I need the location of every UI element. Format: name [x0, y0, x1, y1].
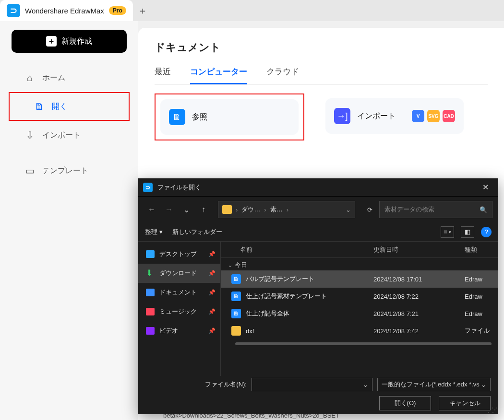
- file-type: ファイル: [465, 327, 498, 335]
- sidebar-item-template[interactable]: ▭ テンプレート: [0, 157, 138, 184]
- chevron-down-icon[interactable]: ⌄: [346, 206, 351, 213]
- organize-menu[interactable]: 整理 ▾: [145, 228, 163, 236]
- horizontal-scrollbar[interactable]: [235, 342, 492, 345]
- file-list-header[interactable]: 名前 更新日時 種類: [221, 242, 498, 258]
- cancel-button[interactable]: キャンセル: [439, 396, 491, 410]
- places-sidebar: デスクトップ 📌 ⬇ ダウンロード 📌 ドキュメント 📌 ミュージック 📌 ビデ…: [138, 242, 221, 376]
- pin-icon[interactable]: 📌: [208, 327, 216, 334]
- tab-computer[interactable]: コンピューター: [190, 66, 247, 84]
- open-file-dialog: ⊃ ファイルを開く ✕ ← → ⌄ ↑ › ダウ… › 素… › ⌄ ⟳ 素材デ…: [138, 178, 498, 414]
- place-label: ミュージック: [159, 307, 197, 316]
- chevron-down-icon: ⌄: [481, 381, 486, 388]
- sidebar-item-open[interactable]: 🗎 開く: [10, 93, 129, 120]
- file-type: Edraw: [465, 310, 498, 317]
- place-label: デスクトップ: [159, 250, 197, 258]
- file-date: 2024/12/08 7:42: [373, 327, 465, 335]
- download-icon: ⬇: [146, 269, 155, 277]
- pin-icon[interactable]: 📌: [208, 270, 216, 277]
- place-desktop[interactable]: デスクトップ 📌: [138, 245, 220, 264]
- preview-pane-button[interactable]: ◧: [461, 226, 474, 238]
- sidebar-item-label: インポート: [42, 130, 81, 140]
- import-card[interactable]: →] インポート V SVG CAD: [325, 98, 464, 134]
- pin-icon[interactable]: 📌: [208, 251, 216, 257]
- file-type: Edraw: [465, 293, 498, 300]
- recent-dropdown[interactable]: ⌄: [179, 202, 194, 217]
- new-label: 新規作成: [61, 36, 92, 47]
- crumb-2[interactable]: 素…: [270, 205, 283, 214]
- col-name[interactable]: 名前: [221, 245, 373, 254]
- search-icon: 🔍: [480, 206, 487, 213]
- browse-label: 参照: [192, 112, 207, 122]
- place-videos[interactable]: ビデオ 📌: [138, 321, 220, 340]
- sidebar-item-label: 開く: [52, 102, 67, 112]
- sidebar: ＋ 新規作成 ⌂ ホーム 🗎 開く ⇩ インポート ▭ テンプレート: [0, 21, 138, 420]
- col-date[interactable]: 更新日時: [373, 245, 465, 254]
- app-title: Wondershare EdrawMax: [25, 7, 104, 15]
- file-type: Edraw: [465, 276, 498, 283]
- badge-visio: V: [412, 110, 424, 122]
- new-folder-button[interactable]: 新しいフォルダー: [172, 228, 222, 236]
- folder-icon: [231, 326, 241, 336]
- documents-icon: [146, 289, 155, 296]
- view-mode-button[interactable]: ≡ ▾: [441, 226, 454, 238]
- file-group-today[interactable]: 今日: [221, 258, 498, 270]
- file-name: 仕上げ記号全体: [246, 309, 373, 318]
- pin-icon[interactable]: 📌: [208, 308, 216, 315]
- file-name: dxf: [246, 327, 373, 335]
- file-icon: 🗎: [231, 274, 241, 284]
- filter-text: 一般的なファイル(*.eddx *.edx *.vs: [382, 380, 480, 389]
- col-type[interactable]: 種類: [465, 245, 498, 254]
- dialog-logo-icon: ⊃: [143, 183, 153, 192]
- close-icon[interactable]: ✕: [478, 181, 493, 194]
- video-icon: [146, 327, 155, 335]
- file-row[interactable]: 🗎 仕上げ記号素材テンプレート 2024/12/08 7:22 Edraw: [221, 288, 498, 305]
- file-row[interactable]: dxf 2024/12/08 7:42 ファイル: [221, 322, 498, 339]
- import-icon: ⇩: [24, 129, 36, 141]
- resize-grip-icon[interactable]: ⋰⋰: [488, 407, 496, 413]
- file-list: 名前 更新日時 種類 今日 🗎 バルブ記号テンプレート 2024/12/08 1…: [221, 242, 498, 376]
- place-documents[interactable]: ドキュメント 📌: [138, 283, 220, 302]
- filename-input[interactable]: ⌄: [252, 378, 372, 391]
- tab-recent[interactable]: 最近: [155, 66, 171, 84]
- sidebar-item-import[interactable]: ⇩ インポート: [0, 122, 138, 149]
- browse-card[interactable]: 🗎 参照: [160, 99, 299, 135]
- place-downloads[interactable]: ⬇ ダウンロード 📌: [138, 264, 220, 283]
- badge-svg: SVG: [427, 110, 440, 122]
- search-placeholder: 素材データの検索: [384, 205, 434, 214]
- home-icon: ⌂: [24, 72, 36, 83]
- chevron-right-icon: ›: [236, 206, 238, 213]
- dialog-title: ファイルを開く: [157, 183, 201, 192]
- place-music[interactable]: ミュージック 📌: [138, 302, 220, 321]
- refresh-button[interactable]: ⟳: [362, 202, 377, 217]
- file-row[interactable]: 🗎 仕上げ記号全体 2024/12/08 7:21 Edraw: [221, 305, 498, 322]
- file-icon: 🗎: [34, 101, 45, 112]
- file-date: 2024/12/08 7:21: [373, 310, 465, 317]
- place-label: ダウンロード: [159, 269, 197, 278]
- open-button[interactable]: 開く(O): [379, 396, 431, 410]
- pin-icon[interactable]: 📌: [208, 289, 216, 296]
- file-name: 仕上げ記号素材テンプレート: [246, 292, 373, 301]
- forward-button[interactable]: →: [161, 202, 177, 217]
- tab-cloud[interactable]: クラウド: [266, 66, 299, 84]
- search-input[interactable]: 素材データの検索 🔍: [379, 201, 492, 218]
- up-button[interactable]: ↑: [196, 202, 211, 217]
- crumb-1[interactable]: ダウ…: [241, 205, 260, 214]
- new-tab-button[interactable]: ＋: [133, 0, 152, 21]
- format-badges: V SVG CAD: [412, 110, 455, 122]
- back-button[interactable]: ←: [144, 202, 159, 217]
- plus-icon: ＋: [46, 36, 57, 47]
- music-icon: [146, 308, 155, 315]
- page-title: ドキュメント: [155, 40, 488, 55]
- file-date: 2024/12/08 17:01: [373, 276, 465, 283]
- desktop-icon: [146, 250, 155, 258]
- help-icon[interactable]: ?: [481, 227, 492, 237]
- file-date: 2024/12/08 7:22: [373, 293, 465, 300]
- dialog-footer: ファイル名(N): ⌄ 一般的なファイル(*.eddx *.edx *.vs ⌄…: [138, 373, 498, 414]
- filetype-filter[interactable]: 一般的なファイル(*.eddx *.edx *.vs ⌄: [377, 378, 491, 391]
- file-row[interactable]: 🗎 バルブ記号テンプレート 2024/12/08 17:01 Edraw: [221, 270, 498, 288]
- sidebar-item-home[interactable]: ⌂ ホーム: [0, 64, 138, 91]
- app-tab[interactable]: ⊃ Wondershare EdrawMax Pro: [0, 0, 133, 21]
- browse-icon: 🗎: [169, 109, 185, 125]
- new-document-button[interactable]: ＋ 新規作成: [12, 30, 127, 53]
- breadcrumb[interactable]: › ダウ… › 素… › ⌄: [218, 201, 355, 218]
